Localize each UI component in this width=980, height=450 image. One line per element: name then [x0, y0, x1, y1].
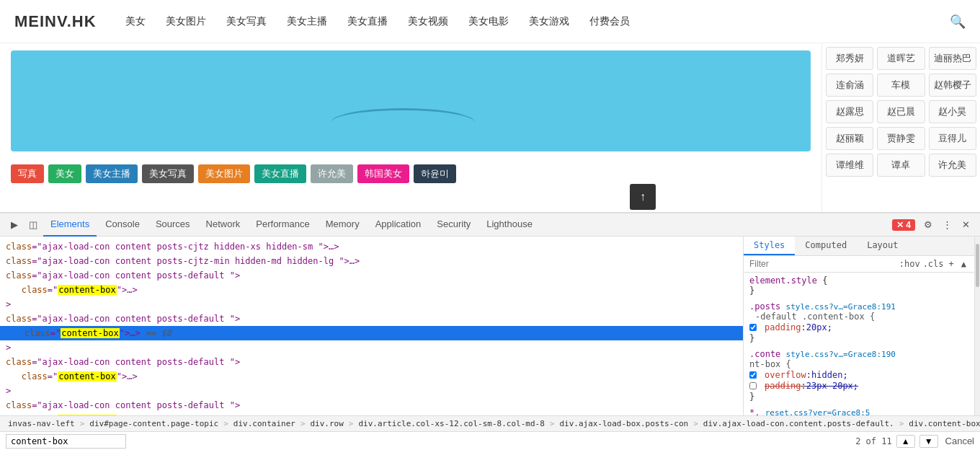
devtools-tab-elements[interactable]: Elements [43, 213, 97, 237]
tab-computed[interactable]: Computed [795, 237, 857, 255]
nav-link[interactable]: 付费会员 [589, 15, 630, 28]
nav-link[interactable]: 美女直播 [347, 15, 388, 28]
sidebar-tag[interactable]: 车模 [877, 74, 925, 97]
nav-link[interactable]: 美女 [125, 15, 146, 28]
dom-text: > [6, 386, 11, 396]
dom-line[interactable]: > [0, 384, 743, 398]
more-style-icon[interactable]: ▲ [959, 258, 968, 270]
dom-line[interactable]: class="ajax-load-con content posts-cjtz … [0, 239, 743, 254]
search-icon-btn[interactable]: 🔍 [950, 14, 966, 30]
nav-link[interactable]: 美女视频 [408, 15, 448, 28]
sidebar-tag[interactable]: 赵小昊 [929, 100, 976, 123]
breadcrumb-item[interactable]: div.article.col-xs-12.col-sm-8.col-md-8 [356, 418, 546, 429]
devtools-tab-performance[interactable]: Performance [249, 213, 316, 237]
sidebar-tag[interactable]: 赵韩樱子 [929, 74, 976, 97]
sidebar-tag[interactable]: 赵已晨 [877, 100, 925, 123]
dom-line[interactable]: class="ajax-load-con content posts-defau… [0, 312, 743, 326]
tab-styles[interactable]: Styles [744, 237, 795, 255]
search-cancel-button[interactable]: Cancel [945, 436, 974, 446]
posts-prop-default: -default .content-box { [755, 312, 968, 322]
breadcrumb-separator: > [80, 419, 85, 428]
breadcrumb-item[interactable]: div#page-content.page-topic [87, 418, 220, 429]
breadcrumb-separator: > [693, 419, 698, 428]
tag-button[interactable]: 하윤미 [414, 164, 456, 183]
sidebar-tag-row: 郑秀妍道晖艺迪丽热巴 [826, 47, 976, 70]
dom-line[interactable]: > [0, 340, 743, 355]
sidebar-tag[interactable]: 谭维维 [826, 154, 873, 177]
styles-filter-input[interactable] [749, 259, 896, 269]
breadcrumb-item[interactable]: div.row [308, 418, 346, 429]
dom-line[interactable]: > [0, 297, 743, 312]
sidebar-tag[interactable]: 许允美 [929, 154, 976, 177]
devtools-tab-lighthouse[interactable]: Lighthouse [479, 213, 540, 237]
dom-line[interactable]: class="content-box">…> [0, 369, 743, 384]
tag-button[interactable]: 美女主播 [86, 164, 138, 183]
tag-button[interactable]: 美女图片 [198, 164, 250, 183]
devtools-tab-network[interactable]: Network [199, 213, 248, 237]
devtools-tab-application[interactable]: Application [368, 213, 429, 237]
elements-panel: class="ajax-load-con content posts-cjtz … [0, 237, 744, 415]
dom-line[interactable]: class="ajax-load-con content posts-defau… [0, 268, 743, 283]
dom-line[interactable]: class="ajax-load-con content posts-defau… [0, 398, 743, 412]
search-down-button[interactable]: ▼ [919, 435, 938, 448]
devtools-panel: ▶ ◫ ElementsConsoleSourcesNetworkPerform… [0, 212, 980, 450]
search-input[interactable] [6, 434, 126, 449]
add-style-icon[interactable]: + [947, 258, 956, 270]
styles-scrollbar[interactable] [974, 237, 980, 415]
sidebar-tag[interactable]: 豆得儿 [929, 127, 976, 150]
tab-layout[interactable]: Layout [857, 237, 908, 255]
tag-button[interactable]: 写真 [11, 164, 44, 183]
error-badge: ✕ 4 [892, 219, 915, 231]
breadcrumb-item[interactable]: div.ajax-load-con.content.posts-default. [701, 418, 896, 429]
tag-button[interactable]: 美女 [48, 164, 81, 183]
styles-scrollbar-thumb [976, 244, 979, 287]
sidebar-tag-row: 连俞涵车模赵韩樱子 [826, 74, 976, 97]
sidebar-tag[interactable]: 郑秀妍 [826, 47, 873, 70]
devtools-device-icon[interactable]: ◫ [24, 216, 42, 234]
devtools-cursor-icon[interactable]: ▶ [6, 216, 23, 234]
close-devtools-icon[interactable]: ✕ [957, 216, 974, 234]
breadcrumb-item[interactable]: div.container [231, 418, 298, 429]
devtools-search-bar: 2 of 11 ▲ ▼ Cancel [0, 431, 980, 450]
tag-button[interactable]: 美女写真 [142, 164, 194, 183]
tag-button[interactable]: 许允美 [311, 164, 353, 183]
nav-link[interactable]: 美女写真 [226, 15, 267, 28]
sidebar-tag[interactable]: 赵露思 [826, 100, 873, 123]
search-up-button[interactable]: ▲ [896, 435, 915, 448]
breadcrumb-item[interactable]: invas-nav-left [6, 418, 77, 429]
more-options-icon[interactable]: ⋮ [938, 216, 956, 234]
devtools-tab-sources[interactable]: Sources [148, 213, 197, 237]
dom-line[interactable]: class="content-box">…> == $0 [0, 326, 743, 340]
padding-strike-checkbox[interactable] [749, 382, 757, 389]
sidebar-tag[interactable]: 道晖艺 [877, 47, 925, 70]
filter-pseudo-label[interactable]: :hov [899, 259, 920, 269]
banner [11, 50, 811, 151]
nav-link[interactable]: 美女游戏 [529, 15, 569, 28]
nav-link[interactable]: 美女主播 [287, 15, 327, 28]
dom-line[interactable]: class="ajax-load-con content posts-cjtz-… [0, 254, 743, 268]
filter-cls-label[interactable]: .cls [923, 259, 944, 269]
tag-button[interactable]: 韩国美女 [357, 164, 409, 183]
devtools-tab-memory[interactable]: Memory [318, 213, 367, 237]
devtools-tab-console[interactable]: Console [98, 213, 147, 237]
overflow-checkbox[interactable] [749, 371, 757, 379]
sidebar-tag[interactable]: 迪丽热巴 [929, 47, 976, 70]
tag-button[interactable]: 美女直播 [254, 164, 306, 183]
sidebar-tag[interactable]: 贾静雯 [877, 127, 925, 150]
breadcrumb-item[interactable]: div.ajax-load-box.posts-con [557, 418, 690, 429]
devtools-tab-security[interactable]: Security [429, 213, 478, 237]
padding-checkbox[interactable] [749, 324, 757, 331]
sidebar-tag[interactable]: 赵丽颖 [826, 127, 873, 150]
sidebar-tag[interactable]: 谭卓 [877, 154, 925, 177]
dom-line[interactable]: class="ajax-load-con content posts-defau… [0, 355, 743, 369]
dom-line[interactable]: class="content-box">…> [0, 283, 743, 297]
nav-link[interactable]: 美女图片 [166, 15, 206, 28]
nav-link[interactable]: 美女电影 [468, 15, 509, 28]
element-style-block: element.style { } [749, 275, 968, 296]
breadcrumb-separator: > [899, 419, 904, 428]
scroll-up-button[interactable]: ↑ [630, 184, 656, 210]
dom-text: class="ajax-load-con content posts-defau… [6, 400, 240, 410]
sidebar-tag[interactable]: 连俞涵 [826, 74, 873, 97]
settings-icon[interactable]: ⚙ [919, 216, 937, 234]
breadcrumb-item[interactable]: div.content-box [906, 418, 980, 429]
